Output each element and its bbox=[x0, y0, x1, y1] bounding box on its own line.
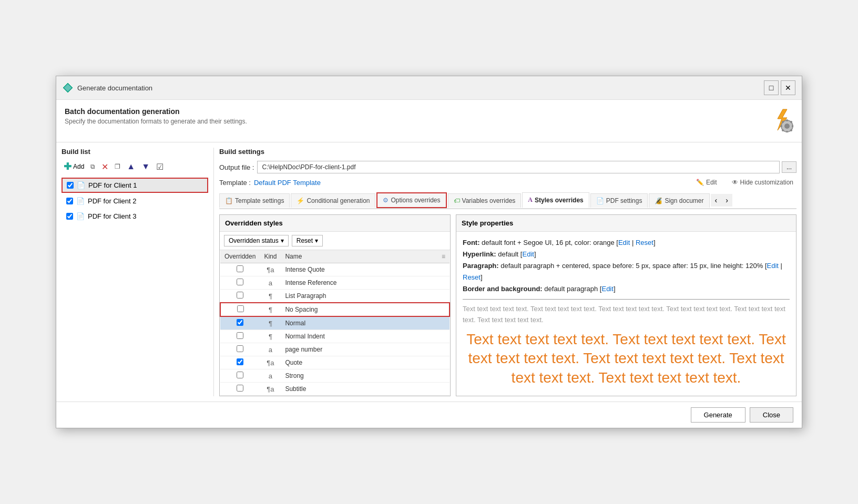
hide-customization-button[interactable]: 👁 Hide customization bbox=[729, 178, 796, 187]
title-controls: □ ✕ bbox=[764, 80, 795, 95]
output-file-row: Output file : ... bbox=[219, 161, 796, 173]
copy-button[interactable]: ⧉ bbox=[88, 162, 97, 171]
item-3-checkbox[interactable] bbox=[66, 213, 73, 220]
border-label: Border and background: bbox=[463, 285, 543, 293]
table-row[interactable]: ¶ Normal Indent bbox=[220, 330, 450, 343]
kind-cell: a bbox=[260, 369, 281, 383]
svg-point-12 bbox=[790, 129, 792, 131]
font-reset-link[interactable]: Reset bbox=[636, 239, 653, 246]
kind-cell: ¶a bbox=[260, 263, 281, 276]
conditional-tab-label: Conditional generation bbox=[307, 197, 370, 204]
row-checkbox[interactable] bbox=[237, 305, 244, 312]
row-checkbox[interactable] bbox=[237, 358, 243, 365]
template-link[interactable]: Default PDF Template bbox=[254, 179, 321, 187]
row-checkbox[interactable] bbox=[237, 385, 243, 392]
table-row[interactable]: a Strong bbox=[220, 369, 450, 383]
font-edit-link[interactable]: Edit bbox=[618, 239, 630, 246]
restore-button[interactable]: □ bbox=[764, 80, 779, 95]
tab-template[interactable]: 📋 Template settings bbox=[219, 193, 290, 208]
move-down-button[interactable]: ▼ bbox=[139, 161, 152, 172]
tab-sign[interactable]: 🔏 Sign documer bbox=[649, 193, 709, 208]
duplicate-button[interactable]: ❐ bbox=[113, 162, 122, 171]
table-row[interactable]: a Intense Reference bbox=[220, 276, 450, 290]
table-row[interactable]: ¶ List Paragraph bbox=[220, 290, 450, 303]
hyperlink-edit-link[interactable]: Edit bbox=[522, 250, 534, 258]
row-checkbox[interactable] bbox=[237, 372, 243, 378]
kind-cell: a bbox=[260, 276, 281, 290]
table-row[interactable]: ¶a Quote bbox=[220, 356, 450, 369]
row-checkbox[interactable] bbox=[237, 345, 243, 352]
tab-variables[interactable]: 🏷 Variables overrides bbox=[448, 193, 522, 208]
paragraph-reset-link[interactable]: Reset bbox=[463, 273, 481, 281]
table-row[interactable]: ¶ Normal bbox=[220, 316, 450, 330]
edit-template-button[interactable]: ✏️ Edit bbox=[693, 178, 720, 187]
move-up-button[interactable]: ▲ bbox=[125, 161, 137, 172]
row-checkbox[interactable] bbox=[237, 319, 243, 326]
delete-icon: ✕ bbox=[101, 162, 108, 172]
tab-styles[interactable]: A Styles overrides bbox=[522, 192, 589, 208]
paragraph-label: Paragraph: bbox=[463, 262, 499, 270]
list-item[interactable]: 📄 PDF for Client 1 bbox=[62, 178, 208, 193]
item-2-checkbox[interactable] bbox=[66, 198, 73, 204]
add-button[interactable]: ✚ Add bbox=[62, 160, 86, 173]
hyperlink-value: default bbox=[498, 250, 518, 258]
row-checkbox[interactable] bbox=[237, 279, 243, 285]
build-list-toolbar: ✚ Add ⧉ ✕ ❐ ▲ ▼ ☑ bbox=[62, 160, 208, 173]
close-window-button[interactable]: ✕ bbox=[781, 80, 795, 95]
tab-options[interactable]: ⚙ Options overrides bbox=[376, 192, 446, 208]
conditional-tab-icon: ⚡ bbox=[297, 197, 304, 204]
name-cell: Strong bbox=[281, 369, 450, 383]
output-file-browse-button[interactable]: ... bbox=[782, 161, 796, 173]
table-row[interactable]: a page number bbox=[220, 343, 450, 356]
sign-tab-label: Sign documer bbox=[665, 197, 703, 204]
content-panels: Overridden styles Overridden status ▾ Re… bbox=[219, 214, 796, 396]
paragraph-edit-link[interactable]: Edit bbox=[767, 262, 779, 270]
list-item[interactable]: 📄 PDF for Client 3 bbox=[62, 209, 208, 223]
tab-conditional[interactable]: ⚡ Conditional generation bbox=[291, 193, 375, 208]
overridden-col-header: Overridden bbox=[220, 250, 260, 263]
tabs-bar: 📋 Template settings ⚡ Conditional genera… bbox=[219, 192, 796, 209]
main-dialog: Generate documentation □ ✕ Batch documen… bbox=[56, 76, 802, 428]
name-cell: Intense Reference bbox=[281, 276, 450, 290]
border-value: default paragraph bbox=[544, 285, 598, 293]
border-edit-link[interactable]: Edit bbox=[601, 285, 613, 293]
title-text: Generate documentation bbox=[77, 84, 152, 92]
pdf-tab-icon: 📄 bbox=[596, 197, 604, 204]
kind-cell: ¶ bbox=[260, 290, 281, 303]
name-cell: Subtitle bbox=[281, 383, 450, 396]
delete-button[interactable]: ✕ bbox=[99, 161, 110, 173]
output-file-input[interactable] bbox=[257, 161, 780, 173]
svg-point-11 bbox=[782, 129, 784, 131]
up-arrow-icon: ▲ bbox=[127, 162, 135, 171]
row-checkbox[interactable] bbox=[237, 265, 243, 272]
check-button[interactable]: ☑ bbox=[154, 161, 166, 173]
pdf-icon: 📄 bbox=[77, 181, 85, 189]
close-button[interactable]: Close bbox=[750, 407, 793, 423]
row-checkbox[interactable] bbox=[237, 292, 243, 299]
left-panel: Build list ✚ Add ⧉ ✕ ❐ ▲ bbox=[62, 148, 214, 396]
header-title: Batch documentation generation bbox=[65, 107, 247, 116]
output-file-label: Output file : bbox=[219, 163, 254, 171]
font-value: default font + Segoe UI, 16 pt, color: o… bbox=[482, 239, 615, 246]
generate-button[interactable]: Generate bbox=[691, 407, 745, 423]
overridden-status-dropdown[interactable]: Overridden status ▾ bbox=[224, 235, 289, 246]
item-1-checkbox[interactable] bbox=[67, 182, 74, 189]
right-panel: Build settings Output file : ... Templat… bbox=[219, 148, 796, 396]
row-checkbox[interactable] bbox=[237, 332, 243, 339]
add-icon: ✚ bbox=[64, 161, 72, 172]
tabs-nav-left[interactable]: ‹ bbox=[711, 194, 722, 207]
table-row[interactable]: ¶a Subtitle bbox=[220, 383, 450, 396]
reset-dropdown[interactable]: Reset ▾ bbox=[292, 235, 323, 246]
build-list-title: Build list bbox=[62, 148, 208, 156]
props-scroll[interactable]: Font: default font + Segoe UI, 16 pt, co… bbox=[456, 232, 796, 396]
table-row[interactable]: ¶ No Spacing bbox=[220, 303, 450, 316]
main-content: Build list ✚ Add ⧉ ✕ ❐ ▲ bbox=[56, 142, 802, 402]
tabs-nav-right[interactable]: › bbox=[721, 194, 732, 207]
variables-tab-label: Variables overrides bbox=[462, 197, 516, 204]
sign-tab-icon: 🔏 bbox=[655, 197, 662, 204]
build-list: 📄 PDF for Client 1 📄 PDF for Client 2 📄 … bbox=[62, 178, 208, 223]
styles-panel-header: Overridden styles bbox=[220, 215, 450, 232]
list-item[interactable]: 📄 PDF for Client 2 bbox=[62, 194, 208, 208]
table-row[interactable]: ¶a Intense Quote bbox=[220, 263, 450, 276]
tab-pdf[interactable]: 📄 PDF settings bbox=[590, 193, 648, 208]
